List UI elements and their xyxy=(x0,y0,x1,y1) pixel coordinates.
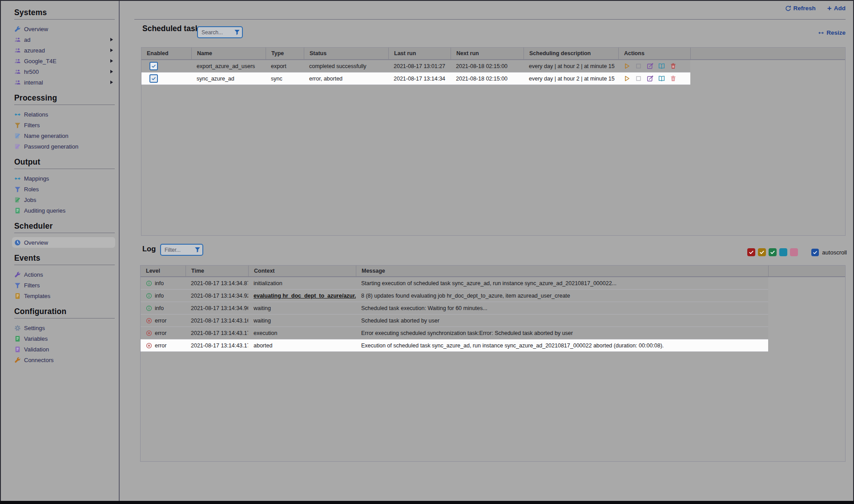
sidebar-item-scheduler-overview[interactable]: Overview xyxy=(12,237,115,248)
view-log-button[interactable] xyxy=(658,63,665,69)
stop-task-button[interactable] xyxy=(635,63,642,69)
autoscroll-checkbox[interactable] xyxy=(811,249,819,256)
section-title-processing: Processing xyxy=(14,93,119,103)
sidebar-item-actions[interactable]: Actions xyxy=(12,269,115,280)
column-header-message[interactable]: Message xyxy=(356,266,768,276)
log-message: 8 (8) updates found evaluating job hr_do… xyxy=(356,290,768,302)
column-header-name[interactable]: Name xyxy=(191,48,266,59)
error-icon xyxy=(146,318,152,324)
level-filter-checkbox-red[interactable] xyxy=(747,248,755,256)
refresh-button[interactable]: Refresh xyxy=(785,5,816,12)
relations-icon xyxy=(14,111,21,118)
relations-icon xyxy=(14,175,21,182)
resize-icon xyxy=(818,30,824,36)
task-row-sync-azure-ad[interactable]: sync_azure_ad sync error, aborted 2021-0… xyxy=(141,73,845,85)
task-status: completed successfully xyxy=(304,60,388,73)
enabled-checkbox[interactable] xyxy=(149,74,158,83)
run-task-button[interactable] xyxy=(624,63,630,69)
log-time: 2021-08-17 13:14:43.170 xyxy=(185,327,248,339)
task-type: export xyxy=(266,60,304,73)
sidebar-item-events-filters[interactable]: Filters xyxy=(12,280,115,290)
sidebar-item-roles[interactable]: Roles xyxy=(12,184,115,194)
task-last-run: 2021-08-17 13:14:34 xyxy=(388,73,451,85)
log-controls: autoscroll xyxy=(747,248,847,256)
section-divider xyxy=(14,318,115,319)
log-row[interactable]: info 2021-08-17 13:14:34.966 waiting Sch… xyxy=(141,302,845,314)
sidebar-item-jobs[interactable]: Jobs xyxy=(12,194,115,205)
sidebar-item-password-generation[interactable]: Password generation xyxy=(12,141,115,152)
level-filter-checkbox-green[interactable] xyxy=(769,248,777,256)
log-row[interactable]: error 2021-08-17 13:14:43.170 execution … xyxy=(141,327,845,339)
column-header-type[interactable]: Type xyxy=(266,48,304,59)
section-title-output: Output xyxy=(14,157,119,167)
log-row[interactable]: info 2021-08-17 13:14:34.873 initializat… xyxy=(141,277,845,290)
sidebar-item-variables[interactable]: Variables xyxy=(12,333,115,344)
level-filter-checkbox-teal[interactable] xyxy=(779,248,787,256)
log-row[interactable]: info 2021-08-17 13:14:34.926 evaluating … xyxy=(141,290,845,302)
error-icon xyxy=(146,330,152,336)
column-header-actions[interactable]: Actions xyxy=(618,48,690,59)
bottom-edge-bar xyxy=(0,501,854,504)
delete-task-button[interactable] xyxy=(670,63,677,69)
sidebar-item-auditing-queries[interactable]: Auditing queries xyxy=(12,205,115,216)
resize-button[interactable]: Resize xyxy=(818,29,846,36)
sidebar-item-processing-filters[interactable]: Filters xyxy=(12,120,115,130)
task-type: sync xyxy=(266,73,304,85)
error-icon xyxy=(146,343,152,349)
edit-task-button[interactable] xyxy=(647,75,653,82)
sidebar-item-name-generation[interactable]: Name generation xyxy=(12,130,115,141)
sidebar-item-ad[interactable]: ad xyxy=(12,34,115,45)
sidebar-item-relations[interactable]: Relations xyxy=(12,109,115,120)
column-header-filler xyxy=(690,48,845,59)
autoscroll-control: autoscroll xyxy=(811,249,847,256)
users-icon xyxy=(14,47,21,54)
scheduled-tasks-header: Enabled Name Type Status Last run Next r… xyxy=(141,48,845,60)
search-funnel-icon[interactable] xyxy=(234,29,240,35)
column-header-status[interactable]: Status xyxy=(304,48,388,59)
sidebar-item-internal[interactable]: internal xyxy=(12,77,115,88)
level-filter-checkbox-pink[interactable] xyxy=(790,248,798,256)
column-header-level[interactable]: Level xyxy=(141,266,185,276)
filter-funnel-icon[interactable] xyxy=(194,246,201,253)
log-message: Execution of scheduled task sync_azure_a… xyxy=(356,339,768,352)
delete-task-button[interactable] xyxy=(670,75,677,82)
info-icon xyxy=(146,280,152,286)
enabled-checkbox[interactable] xyxy=(149,62,158,70)
task-last-run: 2021-08-17 13:01:27 xyxy=(388,60,451,73)
funnel-icon xyxy=(14,186,21,193)
task-row-export-azure-ad-users[interactable]: export_azure_ad_users export completed s… xyxy=(141,60,845,73)
section-divider xyxy=(14,233,115,233)
log-title: Log xyxy=(142,245,156,253)
edit-task-button[interactable] xyxy=(647,63,653,69)
check-icon xyxy=(813,250,818,255)
sidebar-item-hr500[interactable]: hr500 xyxy=(12,66,115,77)
main-content: Refresh +Add Scheduled tasks Resize Enab… xyxy=(121,1,853,500)
level-filter-checkbox-amber[interactable] xyxy=(758,248,766,256)
column-header-scheduling-description[interactable]: Scheduling description xyxy=(524,48,618,59)
column-header-context[interactable]: Context xyxy=(248,266,356,276)
sidebar-item-settings[interactable]: Settings xyxy=(12,323,115,333)
sidebar-item-google-t4e[interactable]: Google_T4E xyxy=(12,56,115,66)
add-button[interactable]: +Add xyxy=(827,5,846,12)
column-header-time[interactable]: Time xyxy=(185,266,248,276)
stop-task-button[interactable] xyxy=(635,75,642,82)
chevron-right-icon xyxy=(110,38,113,41)
sidebar-item-systems-overview[interactable]: Overview xyxy=(12,24,115,34)
sidebar-item-validation[interactable]: Validation xyxy=(12,344,115,355)
sidebar-item-azuread[interactable]: azuread xyxy=(12,45,115,56)
sidebar-item-mappings[interactable]: Mappings xyxy=(12,173,115,184)
doc-icon xyxy=(14,346,21,353)
sidebar-item-connectors[interactable]: Connectors xyxy=(12,355,115,365)
chevron-right-icon xyxy=(110,59,113,63)
run-task-button[interactable] xyxy=(624,75,630,82)
log-time: 2021-08-17 13:14:43.167 xyxy=(185,314,248,327)
column-header-next-run[interactable]: Next run xyxy=(451,48,524,59)
log-context-link[interactable]: evaluating hr_doc_dept_to_azure/azur... xyxy=(254,293,356,299)
log-row-highlighted[interactable]: error 2021-08-17 13:14:43.171 aborted Ex… xyxy=(141,339,845,352)
column-header-enabled[interactable]: Enabled xyxy=(141,48,191,59)
sidebar-item-templates[interactable]: Templates xyxy=(12,290,115,301)
funnel-icon xyxy=(14,282,21,289)
log-row[interactable]: error 2021-08-17 13:14:43.167 waiting Sc… xyxy=(141,314,845,327)
view-log-button[interactable] xyxy=(658,75,665,82)
column-header-last-run[interactable]: Last run xyxy=(388,48,451,59)
